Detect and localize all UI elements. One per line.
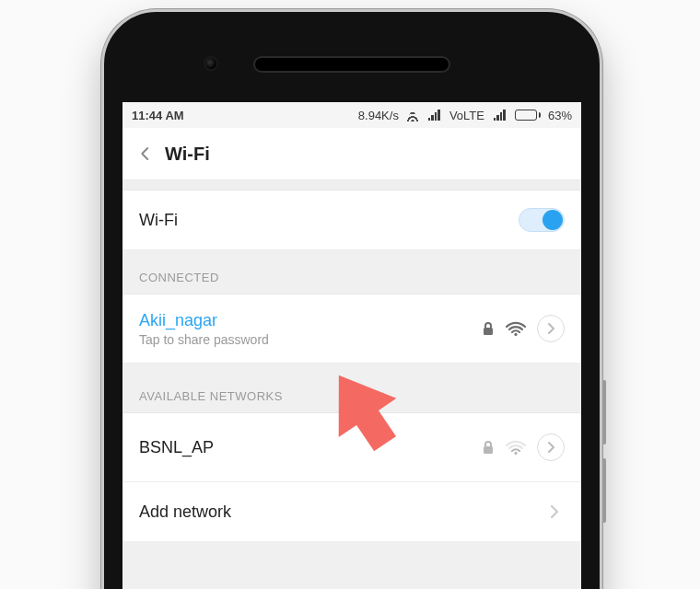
earpiece (253, 56, 450, 73)
wifi-toggle-label: Wi-Fi (139, 211, 519, 230)
chevron-right-icon (546, 323, 555, 334)
back-button[interactable] (130, 138, 161, 169)
lock-icon (482, 440, 495, 455)
status-battery-percent: 63% (548, 109, 572, 122)
front-camera (205, 58, 216, 69)
chevron-left-icon (137, 145, 154, 162)
phone-frame: 11:44 AM 8.94K/s VoLTE 63% W (101, 9, 602, 589)
wifi-toggle-switch[interactable] (519, 208, 565, 232)
status-data-rate: 8.94K/s (358, 109, 399, 122)
connected-icons (482, 315, 565, 342)
title-bar: Wi-Fi (122, 128, 581, 180)
svg-rect-1 (484, 446, 493, 454)
status-bar: 11:44 AM 8.94K/s VoLTE 63% (122, 102, 581, 128)
connected-ssid: Akii_nagar (139, 311, 482, 330)
network-details-button[interactable] (537, 433, 565, 461)
battery-icon (515, 110, 541, 121)
connected-network-row[interactable]: Akii_nagar Tap to share password (122, 294, 581, 364)
status-time: 11:44 AM (132, 109, 184, 122)
add-network-row[interactable]: Add network (122, 482, 581, 541)
wifi-weak-icon (506, 439, 526, 456)
add-network-label: Add network (139, 502, 542, 522)
available-ssid: BSNL_AP (139, 438, 482, 457)
screen: 11:44 AM 8.94K/s VoLTE 63% W (122, 102, 581, 589)
wifi-toggle-row[interactable]: Wi-Fi (122, 191, 581, 250)
wifi-icon (406, 109, 419, 121)
network-details-button[interactable] (537, 315, 565, 342)
chevron-right-icon (542, 501, 565, 523)
signal-bars-icon (426, 110, 442, 121)
section-header-available: AVAILABLE NETWORKS (122, 364, 581, 413)
section-header-connected: CONNECTED (122, 250, 581, 294)
lock-icon (482, 321, 495, 336)
signal-bars-icon (492, 110, 508, 121)
wifi-icon (506, 320, 526, 337)
svg-rect-0 (484, 328, 493, 335)
chevron-right-icon (546, 442, 555, 453)
connected-subtitle: Tap to share password (139, 332, 482, 347)
page-title: Wi-Fi (165, 144, 210, 165)
toggle-knob (542, 210, 563, 230)
available-network-row[interactable]: BSNL_AP (122, 413, 581, 482)
svg-point-2 (514, 452, 517, 455)
status-volte: VoLTE (449, 109, 484, 122)
available-icons (482, 433, 565, 461)
